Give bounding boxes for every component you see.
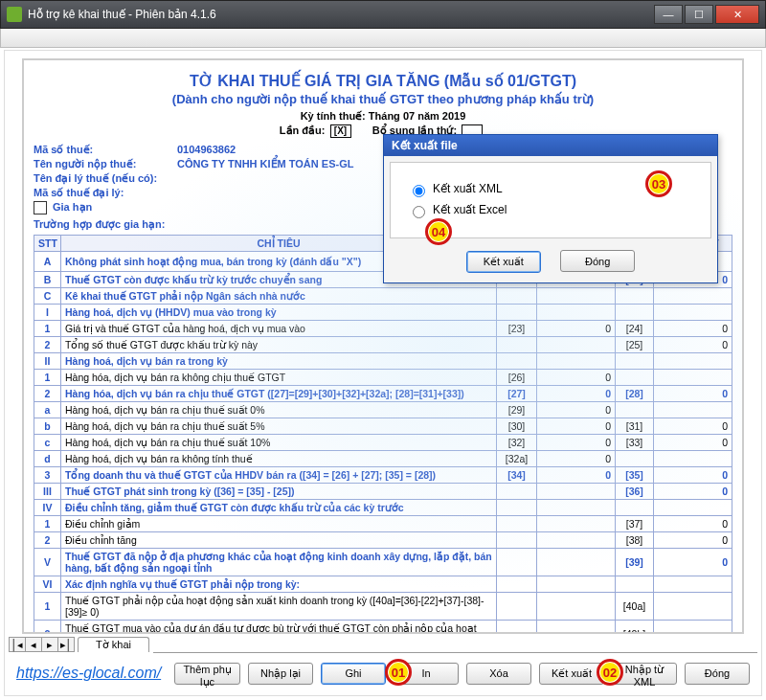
agent-name-label: Tên đại lý thuế (nếu có):	[34, 172, 177, 185]
tab-nav-last[interactable]: ▸│	[57, 637, 75, 652]
tab-nav-prev[interactable]: ◂	[25, 637, 42, 652]
export-excel-option[interactable]: Kết xuất Excel	[408, 203, 693, 218]
export-dialog: Kết xuất file Kết xuất XML Kết xuất Exce…	[383, 134, 718, 283]
tab-nav-next[interactable]: ▸	[41, 637, 58, 652]
first-time-box[interactable]: [X]	[330, 124, 351, 138]
export-excel-radio[interactable]	[413, 206, 425, 218]
table-row: 2Điều chỉnh tăng[38]0	[34, 532, 732, 549]
tab-declaration[interactable]: Tờ khai	[78, 637, 149, 652]
agent-mst-label: Mã số thuế đại lý:	[34, 187, 177, 199]
table-row: bHàng hoá, dịch vụ bán ra chịu thuế suất…	[34, 418, 732, 435]
table-row: cHàng hoá, dịch vụ bán ra chịu thuế suất…	[34, 435, 732, 451]
th-stt: STT	[34, 236, 61, 252]
table-row: 2Hàng hóa, dịch vụ bán ra chịu thuế GTGT…	[34, 386, 732, 402]
close-form-button[interactable]: Đóng	[685, 663, 750, 685]
table-row: 1Hàng hóa, dịch vụ bán ra không chịu thu…	[34, 370, 732, 386]
annotation-02: 02	[597, 659, 623, 686]
close-button[interactable]: ✕	[715, 5, 759, 24]
form-subtitle: (Dành cho người nộp thuế khai thuế GTGT …	[34, 92, 732, 106]
menubar	[0, 29, 766, 48]
table-row: 2Tổng số thuế GTGT được khấu trừ kỳ này[…	[34, 337, 732, 353]
add-appendix-button[interactable]: Thêm phụ lục	[174, 663, 240, 685]
app-icon	[7, 7, 22, 22]
window-titlebar: Hỗ trợ kê khai thuế - Phiên bản 4.1.6 — …	[0, 0, 766, 29]
table-row: 3Tổng doanh thu và thuế GTGT của HHDV bá…	[34, 467, 732, 484]
tab-strip: │◂ ◂ ▸ ▸│ Tờ khai	[9, 636, 757, 653]
table-row: IVĐiều chỉnh tăng, giảm thuế GTGT còn đư…	[34, 500, 732, 516]
table-row: CKê khai thuế GTGT phải nộp Ngân sách nh…	[34, 288, 732, 305]
declaration-table: STT CHỈ TIÊU HUẾ GTGT AKhông phát sinh h…	[34, 235, 732, 634]
table-row: dHàng hoá, dịch vụ bán ra không tính thu…	[34, 451, 732, 467]
table-row: 2Thuế GTGT mua vào của dự án đầu tư được…	[34, 621, 732, 634]
table-row: IIIThuế GTGT phát sinh trong kỳ ([36] = …	[34, 484, 732, 500]
form-title: TỜ KHAI THUẾ GIÁ TRỊ GIA TĂNG (Mẫu số 01…	[34, 72, 732, 90]
table-row: 1Điều chỉnh giảm[37]0	[34, 516, 732, 532]
tab-nav-first[interactable]: │◂	[9, 637, 26, 652]
table-row: VIXác định nghĩa vụ thuế GTGT phải nộp t…	[34, 576, 732, 593]
reload-button[interactable]: Nhập lại	[248, 663, 313, 685]
dialog-title: Kết xuất file	[384, 135, 717, 156]
delete-button[interactable]: Xóa	[466, 663, 531, 685]
name-label: Tên người nộp thuế:	[34, 158, 177, 170]
maximize-button[interactable]: ☐	[685, 5, 713, 24]
minimize-button[interactable]: —	[654, 5, 683, 24]
export-xml-radio[interactable]	[413, 185, 425, 197]
annotation-03: 03	[645, 170, 672, 197]
table-row: 1Giá trị và thuế GTGT của hàng hoá, dịch…	[34, 321, 732, 337]
extend-label: Gia hạn	[53, 201, 92, 213]
table-row: IIHàng hoá, dịch vụ bán ra trong kỳ	[34, 353, 732, 370]
extend-checkbox[interactable]	[34, 201, 47, 215]
mst-value: 0104963862	[177, 144, 236, 155]
mst-label: Mã số thuế:	[34, 144, 177, 156]
table-row: VThuế GTGT đã nộp ở địa phương khác của …	[34, 549, 732, 576]
export-button[interactable]: Kết xuất	[539, 663, 604, 685]
dialog-export-button[interactable]: Kết xuất	[466, 251, 541, 273]
annotation-01: 01	[385, 659, 412, 686]
table-row: IHàng hoá, dịch vụ (HHDV) mua vào trong …	[34, 305, 732, 321]
footer-toolbar: https://es-glocal.com/ Thêm phụ lục Nhập…	[9, 657, 757, 689]
save-button[interactable]: Ghi	[321, 663, 386, 685]
table-row: 1Thuế GTGT phải nộp của hoạt động sản xu…	[34, 593, 732, 621]
window-title: Hỗ trợ kê khai thuế - Phiên bản 4.1.6	[28, 8, 216, 21]
name-value: CÔNG TY TNHH KIỂM TOÁN ES-GL	[177, 158, 353, 169]
first-time-label: Lần đầu:	[280, 124, 326, 136]
watermark-url: https://es-glocal.com/	[16, 665, 161, 682]
tax-period: Kỳ tính thuế: Tháng 07 năm 2019	[34, 110, 732, 123]
dialog-close-button[interactable]: Đóng	[560, 250, 635, 272]
table-row: aHàng hoá, dịch vụ bán ra chịu thuế suất…	[34, 402, 732, 418]
annotation-04: 04	[425, 218, 452, 245]
